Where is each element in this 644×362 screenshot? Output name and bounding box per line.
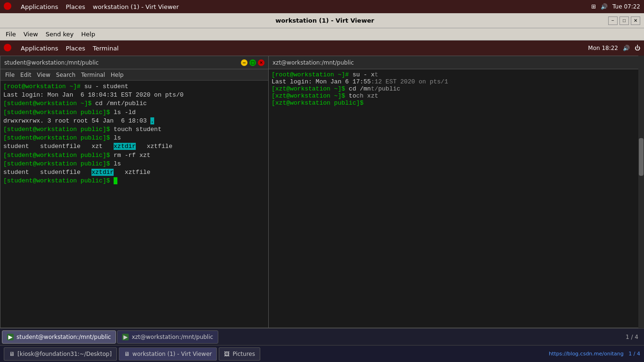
terminal-line-11: student studentfile xztdir xztfile: [3, 168, 265, 177]
terminal-left-title-bar: student@workstation:/mnt/public − □ ✕: [0, 56, 268, 69]
terminal-maximize-button[interactable]: □: [249, 59, 256, 66]
taskbar-tab-xzt-label: xzt@workstation:/mnt/public: [132, 334, 213, 340]
host-counter: 1 / 4: [628, 351, 640, 357]
host-taskbar: 🖥 [kiosk@foundation31:~/Desktop] 🖥 works…: [0, 345, 644, 362]
vm-places-menu[interactable]: Places: [66, 45, 85, 52]
terminal-left-content[interactable]: [root@workstation ~]# su - student Last …: [0, 81, 268, 328]
terminal-line-10: [student@workstation public]$ ls: [3, 160, 265, 168]
vm-applications-menu[interactable]: Applications: [21, 45, 58, 52]
host-url: https://blog.csdn.me/onitang: [549, 351, 624, 357]
terminal-menu-search[interactable]: Search: [53, 71, 78, 79]
terminal-close-button[interactable]: ✕: [258, 59, 264, 66]
rterm-line-1: [root@workstation ~]# su - xt: [272, 71, 641, 78]
host-taskbar-pictures[interactable]: 🖼 Pictures: [219, 347, 260, 361]
terminal-line-1: [root@workstation ~]# su - student: [3, 82, 265, 91]
host-network-icon: ⊞: [591, 3, 596, 10]
terminal-line-4: [student@workstation public]$ ls -ld: [3, 108, 265, 117]
host-bar-left: Applications Places workstation (1) - Vi…: [4, 2, 179, 11]
rterm-line-4: [xzt@workstation ~]$ toch xzt: [272, 92, 641, 99]
host-app-icon: [4, 2, 13, 11]
host-volume-icon: 🔊: [601, 3, 608, 10]
host-window-title: workstation (1) - Virt Viewer: [93, 3, 179, 10]
host-time: Tue 07:22: [612, 3, 640, 10]
host-bar-right: ⊞ 🔊 Tue 07:22: [591, 3, 640, 10]
host-system-bar: Applications Places workstation (1) - Vi…: [0, 0, 644, 13]
scrollbar-thumb[interactable]: [639, 138, 644, 176]
virt-viewer-controls[interactable]: − □ ✕: [608, 16, 640, 25]
host-places-menu[interactable]: Places: [66, 3, 85, 10]
tab-icon-xzt: ▶: [122, 334, 129, 340]
terminal-menu-terminal[interactable]: Terminal: [78, 71, 108, 79]
vm-power-icon: ⏻: [635, 45, 640, 51]
terminal-menu-edit[interactable]: Edit: [17, 71, 34, 79]
vm-desktop-bar: Applications Places Terminal Mon 18:22 🔊…: [0, 41, 644, 56]
virt-menu-view[interactable]: View: [20, 30, 42, 39]
taskbar-tab-xzt[interactable]: ▶ xzt@workstation:/mnt/public: [117, 330, 218, 344]
vm-app-icon: [4, 44, 13, 53]
host-taskbar-right: https://blog.csdn.me/onitang 1 / 4: [549, 351, 640, 357]
host-applications-menu[interactable]: Applications: [21, 3, 58, 10]
rterm-line-3: [xzt@workstation ~]$ cd /mnt/public: [272, 85, 641, 92]
terminal-line-2: Last login: Mon Jan 6 18:04:31 EST 2020 …: [3, 91, 265, 99]
virt-menu-send-key[interactable]: Send key: [42, 30, 78, 39]
vm-bar-right: Mon 18:22 🔊 ⏻: [588, 45, 640, 51]
tab-counter: 1 / 4: [626, 334, 642, 340]
terminal-right-content[interactable]: [root@workstation ~]# su - xt Last login…: [269, 69, 644, 328]
host-taskbar-kiosk[interactable]: 🖥 [kiosk@foundation31:~/Desktop]: [4, 347, 117, 361]
rterm-line-2: Last login: Mon Jan 6 17:55:12 EST 2020 …: [272, 78, 641, 85]
virt-close-button[interactable]: ✕: [631, 16, 640, 25]
virt-label: workstation (1) - Virt Viewer: [132, 351, 212, 357]
terminal-menu-view[interactable]: View: [34, 71, 53, 79]
virt-viewer-menu-bar: File View Send key Help: [0, 28, 644, 41]
vm-bar-left: Applications Places Terminal: [4, 44, 119, 53]
kiosk-label: [kiosk@foundation31:~/Desktop]: [17, 351, 112, 357]
virt-viewer-title: workstation (1) - Virt Viewer: [275, 17, 374, 24]
terminal-left-menu: File Edit View Search Terminal Help: [0, 69, 268, 81]
terminal-container: student@workstation:/mnt/public − □ ✕ Fi…: [0, 56, 644, 328]
pictures-label: Pictures: [232, 351, 255, 357]
host-taskbar-virt[interactable]: 🖥 workstation (1) - Virt Viewer: [119, 347, 217, 361]
vm-time: Mon 18:22: [588, 45, 618, 51]
terminal-line-3: [student@workstation ~]$ cd /mnt/public: [3, 99, 265, 108]
terminal-right-title-text: xzt@workstation:/mnt/public: [272, 59, 354, 66]
terminal-line-6: [student@workstation public]$ touch stud…: [3, 125, 265, 134]
terminal-line-9: [student@workstation public]$ rm -rf xzt: [3, 151, 265, 160]
terminal-left-pane: student@workstation:/mnt/public − □ ✕ Fi…: [0, 56, 269, 328]
vm-terminal-menu[interactable]: Terminal: [93, 45, 119, 52]
taskbar-tab-student-label: student@workstation:/mnt/public: [17, 334, 111, 340]
pictures-icon: 🖼: [224, 351, 230, 357]
virt-maximize-button[interactable]: □: [619, 16, 629, 25]
host-taskbar-left: 🖥 [kiosk@foundation31:~/Desktop] 🖥 works…: [4, 347, 260, 361]
terminal-right-title-bar: xzt@workstation:/mnt/public: [269, 56, 644, 69]
terminal-line-8: student studentfile xzt xztdir xztfile: [3, 142, 265, 151]
virt-menu-file[interactable]: File: [2, 30, 20, 39]
terminal-minimize-button[interactable]: −: [241, 59, 248, 66]
virt-icon: 🖥: [124, 351, 130, 357]
kiosk-icon: 🖥: [9, 351, 15, 357]
terminal-menu-file[interactable]: File: [2, 71, 17, 79]
terminal-line-7: [student@workstation public]$ ls: [3, 134, 265, 142]
terminal-left-scrollbar[interactable]: [638, 56, 644, 328]
vm-volume-icon: 🔊: [623, 45, 630, 51]
terminal-line-5: drwxrwxrwx. 3 root root 54 Jan 6 18:03 .: [3, 117, 265, 125]
virt-minimize-button[interactable]: −: [608, 16, 618, 25]
terminal-menu-help[interactable]: Help: [108, 71, 126, 79]
terminal-right-pane: xzt@workstation:/mnt/public [root@workst…: [269, 56, 644, 328]
tab-icon-student: ▶: [7, 334, 14, 340]
rterm-line-5: [xzt@workstation public]$: [272, 99, 641, 107]
virt-viewer-title-bar: workstation (1) - Virt Viewer − □ ✕: [0, 13, 644, 28]
taskbar-tab-student[interactable]: ▶ student@workstation:/mnt/public: [2, 330, 116, 344]
vm-taskbar-tabs: ▶ student@workstation:/mnt/public ▶ xzt@…: [0, 328, 644, 345]
terminal-left-title: student@workstation:/mnt/public: [4, 59, 99, 66]
terminal-left-controls[interactable]: − □ ✕: [241, 59, 264, 66]
virt-menu-help[interactable]: Help: [77, 30, 99, 39]
terminal-line-12: [student@workstation public]$: [3, 177, 265, 185]
